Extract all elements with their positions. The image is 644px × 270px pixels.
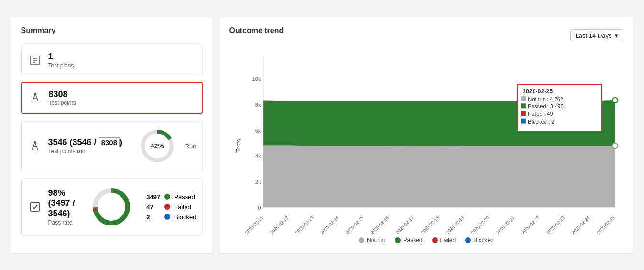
svg-text:2020-02-18: 2020-02-18 [420,215,440,234]
date-filter-button[interactable]: Last 14 Days ▾ [570,29,623,42]
pass-rate-row: 98% (3497 / 3546) Pass rate 3497 [21,178,203,236]
svg-point-7 [34,142,35,143]
blocked-dot [164,214,170,220]
chart-legend: Not run Passed Failed Blocked [229,237,623,244]
test-points-run-label: Test points run [48,148,128,155]
failed-dot [164,204,170,210]
legend-blocked: Blocked [465,237,494,244]
svg-text:2020-02-13: 2020-02-13 [294,215,314,234]
failed-label: Failed [174,203,191,211]
y-axis-label: Tests [235,139,242,153]
legend-failed-label: Failed [440,237,456,244]
test-plans-count: 1 [48,52,196,62]
legend-notrun: Not run [359,237,385,244]
pass-rate-value: 98% (3497 / 3546) [48,188,80,219]
svg-rect-10 [31,202,39,211]
legend-notrun-label: Not run [367,237,385,244]
svg-text:2020-02-14: 2020-02-14 [319,215,339,234]
svg-text:2020-02-25: 2020-02-25 [595,215,615,234]
svg-text:2020-02-22: 2020-02-22 [520,215,540,234]
tooltip-blocked-text: Blocked : 2 [528,119,554,124]
legend-notrun-dot [359,237,364,243]
svg-text:10k: 10k [252,76,261,82]
tooltip-failed-text: Failed : 49 [528,111,553,117]
svg-text:2020-02-11: 2020-02-11 [244,215,264,234]
blocked-count: 2 [146,214,161,221]
test-points-run-row: 3546 (3546 / 8308) Test points run 42% R… [21,120,203,172]
outcome-chart: Tests 0 2k 4k 6k 8k 10k [229,52,623,234]
pass-rate-label: Pass rate [48,219,80,226]
legend-blocked-label: Blocked [473,237,494,244]
outcome-panel: Outcome trend Last 14 Days ▾ Tests 0 2k … [220,17,633,253]
svg-text:2020-02-12: 2020-02-12 [269,215,289,234]
legend-failed: Failed [432,237,456,244]
chart-wrapper: Tests 0 2k 4k 6k 8k 10k [229,52,623,234]
legend-passed: Passed [395,237,422,244]
mid-dot [612,143,617,148]
tooltip-passed-icon [521,103,525,108]
run-donut: 42% [138,127,176,165]
test-points-count: 8308 [49,90,196,100]
test-points-label: Test points [49,100,196,106]
not-run-area [263,145,615,207]
test-plans-label: Test plans [48,62,196,69]
main-container: Summary 1 Test plans [11,17,633,253]
pass-rate-content: 98% (3497 / 3546) Pass rate [48,188,80,226]
test-plans-icon [27,53,43,68]
outcome-header: Outcome trend Last 14 Days ▾ [229,26,623,45]
tooltip-date: 2020-02-25 [523,88,553,95]
legend-passed-dot [395,237,401,243]
tooltip-passed-text: Passed : 3,498 [528,103,563,109]
passed-dot [164,194,170,200]
legend-passed-label: Passed [403,237,422,244]
svg-text:2020-02-21: 2020-02-21 [495,215,515,234]
failed-count: 47 [146,203,161,211]
test-points-run-icon [27,138,43,154]
svg-text:4k: 4k [255,153,261,159]
pass-rate-legend: 3497 Passed 47 Failed 2 Blocked [146,193,196,221]
svg-text:2020-02-16: 2020-02-16 [370,215,390,234]
test-plans-content: 1 Test plans [48,52,196,69]
svg-text:2020-02-23: 2020-02-23 [545,215,565,234]
passed-label: Passed [174,193,195,201]
date-filter-label: Last 14 Days [576,32,612,39]
svg-text:8k: 8k [255,102,261,108]
legend-failed: 47 Failed [146,203,196,211]
test-points-icon [28,90,43,105]
tooltip-notrun-text: Not run : 4,762 [528,96,563,102]
legend-passed: 3497 Passed [146,193,196,201]
legend-blocked-dot [465,237,471,243]
svg-text:2020-02-17: 2020-02-17 [394,215,415,234]
legend-blocked: 2 Blocked [146,214,196,221]
summary-panel: Summary 1 Test plans [11,17,212,253]
svg-text:0: 0 [258,205,261,211]
test-points-row: 8308 Test points [21,82,203,114]
test-points-run-content: 3546 (3546 / 8308) Test points run [48,137,128,155]
svg-text:2020-02-19: 2020-02-19 [445,215,465,234]
svg-text:2020-02-15: 2020-02-15 [344,215,364,234]
run-text: Run [185,143,196,150]
blocked-label: Blocked [174,214,196,221]
passed-count: 3497 [146,193,161,201]
svg-point-5 [34,93,36,95]
legend-failed-dot [432,237,438,243]
tooltip-blocked-icon [521,119,525,124]
tooltip-notrun-icon [521,96,525,101]
tooltip-failed-icon [521,111,525,116]
pass-donut [90,185,133,228]
test-points-run-count: 3546 (3546 / 8308) [48,137,128,148]
run-donut-label: 42% [151,142,164,150]
test-plans-row: 1 Test plans [21,45,203,76]
summary-title: Summary [21,26,203,35]
chevron-down-icon: ▾ [615,32,618,39]
test-points-content: 8308 Test points [49,90,196,107]
outcome-title: Outcome trend [229,26,284,35]
svg-text:2k: 2k [255,179,261,185]
svg-text:6k: 6k [255,128,261,134]
end-dot [612,98,617,103]
svg-text:2020-02-24: 2020-02-24 [570,215,590,234]
svg-text:2020-02-20: 2020-02-20 [470,215,490,234]
pass-rate-icon [27,199,43,214]
